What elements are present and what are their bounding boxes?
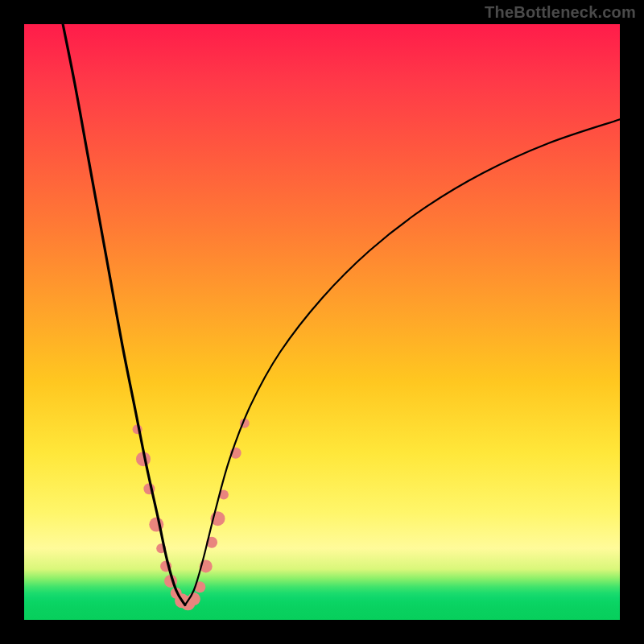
marker-layer xyxy=(133,419,250,610)
curve-left-branch xyxy=(63,24,185,605)
watermark-text: TheBottleneck.com xyxy=(485,3,636,22)
plot-area xyxy=(24,24,620,620)
chart-frame: TheBottleneck.com xyxy=(0,0,644,644)
chart-svg xyxy=(24,24,620,620)
curve-layer xyxy=(63,24,620,605)
curve-right-branch xyxy=(185,119,620,605)
